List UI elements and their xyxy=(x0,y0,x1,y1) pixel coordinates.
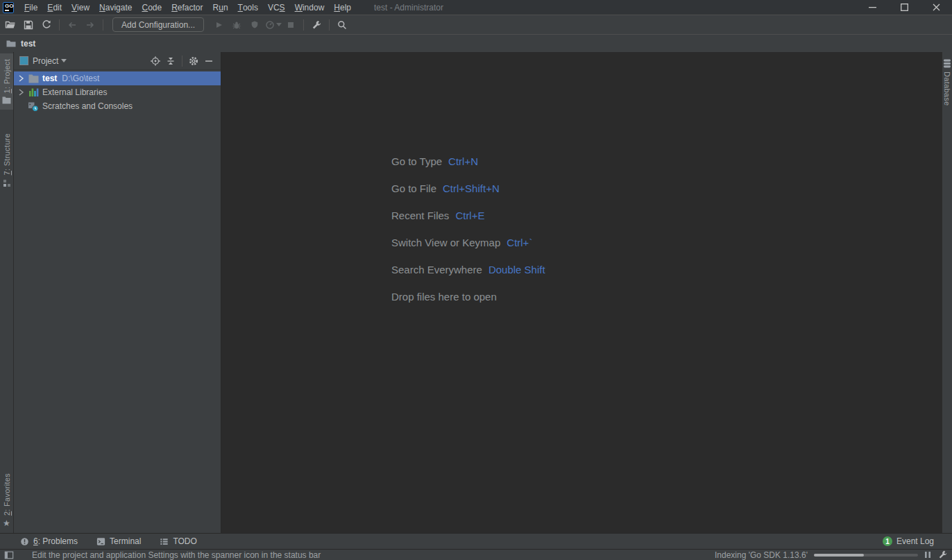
empty-state-shortcuts: Go to Type Ctrl+N Go to File Ctrl+Shift+… xyxy=(221,52,942,310)
forward-arrow-icon xyxy=(85,19,96,31)
profiler-button[interactable] xyxy=(264,17,282,33)
coverage-button[interactable] xyxy=(246,17,264,33)
navigation-bar: test xyxy=(0,35,952,52)
event-count-badge: 1 xyxy=(883,536,892,546)
toolwindow-button-todo[interactable]: TODO xyxy=(159,536,196,547)
back-button[interactable] xyxy=(63,17,81,33)
toolwindow-button-problems[interactable]: 6: Problems xyxy=(19,536,78,547)
project-panel-header: Project xyxy=(14,52,221,70)
minimize-button[interactable] xyxy=(856,0,888,15)
breadcrumb[interactable]: test xyxy=(6,38,35,49)
chevron-right-icon[interactable] xyxy=(17,74,25,83)
menu-help[interactable]: Help xyxy=(329,0,356,15)
tree-row-external-libraries[interactable]: External Libraries xyxy=(14,85,221,99)
hide-panel-button[interactable] xyxy=(201,53,216,69)
toolwindow-button-event-log[interactable]: 1 Event Log xyxy=(883,536,934,546)
main-area: 1: Project 7: Structure 2: Favorites ★ P… xyxy=(0,52,952,533)
bottom-toolwindow-bar: 6: Problems Terminal TODO 1 Event Log xyxy=(0,533,952,549)
progress-fill xyxy=(814,554,864,557)
spanner-icon[interactable] xyxy=(937,550,948,560)
stop-button[interactable] xyxy=(282,17,300,33)
menu-refactor[interactable]: Refactor xyxy=(167,0,207,15)
window-title: test - Administrator xyxy=(374,3,443,12)
project-folder-icon xyxy=(2,96,11,104)
menu-run[interactable]: Run xyxy=(208,0,233,15)
toolbar-separator xyxy=(329,19,330,31)
menu-vcs[interactable]: VCS xyxy=(263,0,290,15)
status-message: Edit the project and application Setting… xyxy=(32,550,321,560)
toolwindow-button-project[interactable]: 1: Project xyxy=(0,53,13,110)
pause-icon[interactable] xyxy=(924,551,931,559)
close-button[interactable] xyxy=(920,0,952,15)
menu-edit[interactable]: Edit xyxy=(42,0,67,15)
maximize-button[interactable] xyxy=(888,0,920,15)
stop-icon xyxy=(285,19,296,31)
left-toolwindow-stripe: 1: Project 7: Structure 2: Favorites ★ xyxy=(0,52,14,533)
shortcut-keys: Ctrl+Shift+N xyxy=(443,183,500,194)
wrench-icon xyxy=(311,19,322,31)
right-toolwindow-stripe: Database xyxy=(942,52,952,533)
title-bar: GO FileEditViewNavigateCodeRefactorRunTo… xyxy=(0,0,952,15)
run-button[interactable] xyxy=(210,17,228,33)
chevron-down-icon[interactable] xyxy=(61,59,67,62)
menu-file[interactable]: File xyxy=(19,0,42,15)
menu-bar: FileEditViewNavigateCodeRefactorRunTools… xyxy=(19,0,356,15)
collapse-all-icon xyxy=(165,56,176,67)
shortcut-keys: Ctrl+` xyxy=(507,237,532,248)
ide-window: GO FileEditViewNavigateCodeRefactorRunTo… xyxy=(0,0,952,560)
coverage-shield-icon xyxy=(249,19,260,31)
search-everywhere-button[interactable] xyxy=(333,17,351,33)
indexing-progress-bar xyxy=(814,554,918,557)
menu-window[interactable]: Window xyxy=(290,0,330,15)
toolbar-separator xyxy=(103,19,103,31)
shortcut-label: Drop files here to open xyxy=(391,291,497,303)
debug-bug-icon xyxy=(231,19,242,31)
add-configuration-button[interactable]: Add Configuration... xyxy=(112,17,204,32)
locate-file-button[interactable] xyxy=(148,53,163,69)
menu-navigate[interactable]: Navigate xyxy=(94,0,137,15)
scratches-icon xyxy=(28,101,39,112)
shortcut-keys: Ctrl+N xyxy=(448,155,478,167)
toolwindow-button-structure[interactable]: 7: Structure xyxy=(0,128,13,192)
project-view-selector[interactable]: Project xyxy=(33,56,58,66)
toolwindow-button-terminal[interactable]: Terminal xyxy=(96,536,141,547)
forward-button[interactable] xyxy=(81,17,99,33)
save-button[interactable] xyxy=(19,17,37,33)
drop-files-hint: Drop files here to open xyxy=(391,283,942,310)
folder-icon xyxy=(6,38,17,49)
back-arrow-icon xyxy=(67,19,78,31)
library-icon xyxy=(28,87,39,98)
editor-area: Go to Type Ctrl+N Go to File Ctrl+Shift+… xyxy=(221,52,942,533)
toolwindow-button-database[interactable]: Database xyxy=(942,53,952,112)
maximize-icon xyxy=(901,3,908,11)
gear-icon xyxy=(188,56,199,67)
collapse-all-button[interactable] xyxy=(163,53,178,69)
sync-button[interactable] xyxy=(37,17,56,33)
chevron-right-icon[interactable] xyxy=(17,88,25,96)
menu-code[interactable]: Code xyxy=(137,0,167,15)
database-icon xyxy=(943,59,951,68)
terminal-icon xyxy=(96,536,106,547)
tree-row-scratches[interactable]: Scratches and Consoles xyxy=(14,99,221,113)
tree-row-project-root[interactable]: test D:\Go\test xyxy=(14,71,221,85)
menu-view[interactable]: View xyxy=(67,0,94,15)
search-icon xyxy=(337,19,348,31)
shortcut-keys: Double Shift xyxy=(488,264,545,275)
shortcut-label: Search Everywhere xyxy=(391,264,482,275)
star-icon: ★ xyxy=(3,519,10,527)
toolwindow-button-favorites[interactable]: 2: Favorites ★ xyxy=(0,468,13,533)
folder-icon xyxy=(28,73,39,84)
debug-button[interactable] xyxy=(228,17,246,33)
open-button[interactable] xyxy=(1,17,19,33)
main-toolbar: Add Configuration... xyxy=(0,15,952,35)
todo-list-icon xyxy=(159,536,169,547)
project-toolwindow: Project xyxy=(14,52,221,533)
toggle-toolwindows-icon[interactable] xyxy=(4,550,14,560)
project-tree: test D:\Go\test External Libraries xyxy=(14,70,221,113)
shortcut-hint: Go to Type Ctrl+N xyxy=(391,148,942,175)
menu-tools[interactable]: Tools xyxy=(233,0,263,15)
tree-item-name: test xyxy=(42,74,57,83)
target-icon xyxy=(150,56,161,67)
settings-wrench-button[interactable] xyxy=(307,17,325,33)
panel-settings-button[interactable] xyxy=(186,53,201,69)
